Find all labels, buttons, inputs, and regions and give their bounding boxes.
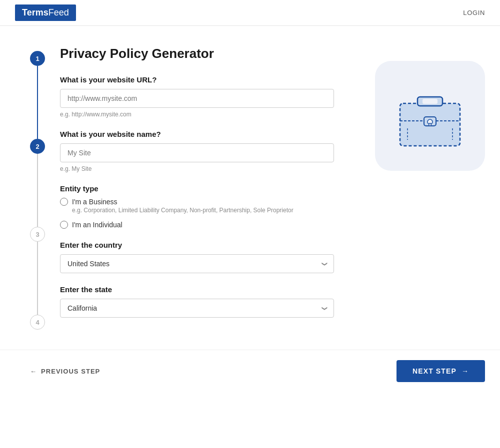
page-title: Privacy Policy Generator <box>60 46 350 61</box>
prev-step-label: PREVIOUS STEP <box>41 368 100 375</box>
svg-rect-2 <box>422 99 438 104</box>
illustration-background <box>375 61 485 171</box>
name-hint: e.g. My Site <box>60 165 350 172</box>
entity-individual-label[interactable]: I'm an Individual <box>60 221 350 229</box>
url-label: What is your website URL? <box>60 75 350 84</box>
url-hint: e.g. http://www.mysite.com <box>60 111 350 118</box>
step-2[interactable]: 2 <box>30 139 45 154</box>
arrow-left-icon: ← <box>30 368 37 375</box>
step-line-2-3 <box>37 154 38 227</box>
step-line-1-2 <box>37 66 38 139</box>
logo[interactable]: TermsFeed <box>15 4 76 21</box>
next-step-label: NEXT STEP <box>412 367 456 375</box>
state-label: Enter the state <box>60 285 350 294</box>
country-label: Enter the country <box>60 241 350 249</box>
step-3[interactable]: 3 <box>30 227 45 242</box>
country-section: Enter the country United States Canada U… <box>60 241 350 273</box>
entity-individual-option: I'm an Individual <box>60 221 350 229</box>
entity-individual-radio[interactable] <box>60 221 68 229</box>
illustration-area <box>375 46 485 330</box>
next-step-button[interactable]: NEXT STEP → <box>396 360 485 382</box>
state-select[interactable]: California New York Texas Florida <box>60 299 334 318</box>
name-section: What is your website name? e.g. My Site <box>60 130 350 172</box>
stepper: 1 2 3 4 <box>30 46 45 330</box>
bottom-nav: ← PREVIOUS STEP NEXT STEP → <box>0 350 500 397</box>
login-link[interactable]: LOGIN <box>463 9 485 16</box>
entity-business-hint: e.g. Corporation, Limited Liability Comp… <box>72 207 350 214</box>
svg-rect-6 <box>429 123 431 126</box>
step-4[interactable]: 4 <box>30 315 45 330</box>
state-section: Enter the state California New York Texa… <box>60 285 350 318</box>
name-input[interactable] <box>60 143 334 162</box>
prev-step-button[interactable]: ← PREVIOUS STEP <box>30 368 100 375</box>
step-line-3-4 <box>37 242 38 315</box>
form-area: Privacy Policy Generator What is your we… <box>60 46 350 330</box>
state-select-wrapper: California New York Texas Florida ❯ <box>60 299 334 318</box>
entity-business-radio[interactable] <box>60 198 68 206</box>
country-select-wrapper: United States Canada United Kingdom Aust… <box>60 254 334 273</box>
entity-label: Entity type <box>60 184 350 193</box>
country-select[interactable]: United States Canada United Kingdom Aust… <box>60 254 334 273</box>
url-section: What is your website URL? e.g. http://ww… <box>60 75 350 118</box>
entity-business-option: I'm a Business e.g. Corporation, Limited… <box>60 198 350 214</box>
entity-section: Entity type I'm a Business e.g. Corporat… <box>60 184 350 229</box>
entity-radio-group: I'm a Business e.g. Corporation, Limited… <box>60 198 350 229</box>
name-label: What is your website name? <box>60 130 350 138</box>
briefcase-illustration <box>392 81 468 151</box>
url-input[interactable] <box>60 89 334 108</box>
step-1[interactable]: 1 <box>30 51 45 66</box>
arrow-right-icon: → <box>462 367 469 375</box>
entity-business-label[interactable]: I'm a Business <box>60 198 350 206</box>
header: TermsFeed LOGIN <box>0 0 500 26</box>
main-container: 1 2 3 4 Privacy Policy Generator What is… <box>0 26 500 350</box>
